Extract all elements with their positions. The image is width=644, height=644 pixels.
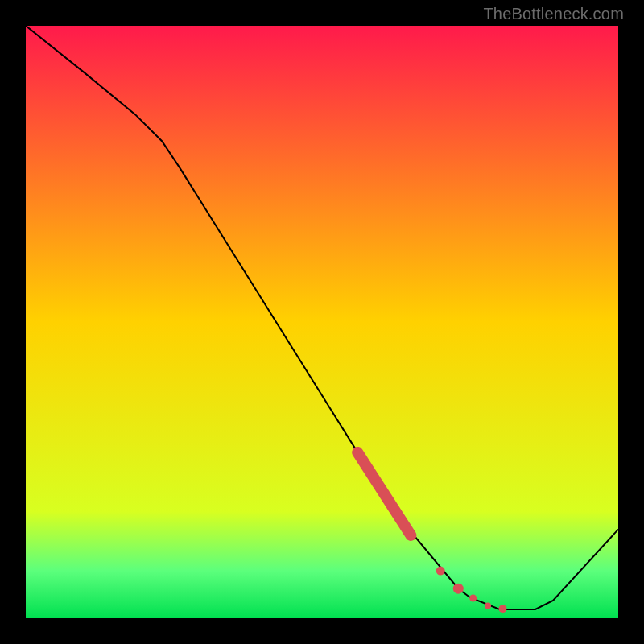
highlight-dot [453, 584, 464, 594]
highlight-dot [498, 605, 506, 613]
highlight-dot [469, 594, 477, 601]
chart-svg [26, 26, 618, 618]
highlight-dot [436, 567, 445, 576]
highlight-dot [485, 603, 491, 609]
chart-background-gradient [26, 26, 618, 618]
watermark-label: TheBottleneck.com [483, 5, 624, 23]
chart-frame: TheBottleneck.com [0, 0, 644, 644]
chart-plot-area [26, 26, 618, 618]
